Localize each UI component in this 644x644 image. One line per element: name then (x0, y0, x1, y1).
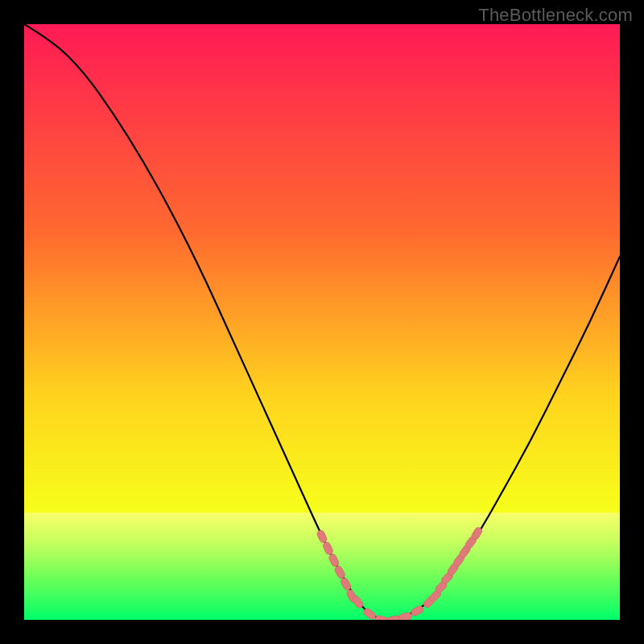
bottom-tint-band (24, 513, 620, 620)
chart-frame: TheBottleneck.com (0, 0, 644, 644)
watermark-text: TheBottleneck.com (478, 5, 633, 26)
bottleneck-chart (24, 24, 620, 620)
plot-area (24, 24, 620, 620)
